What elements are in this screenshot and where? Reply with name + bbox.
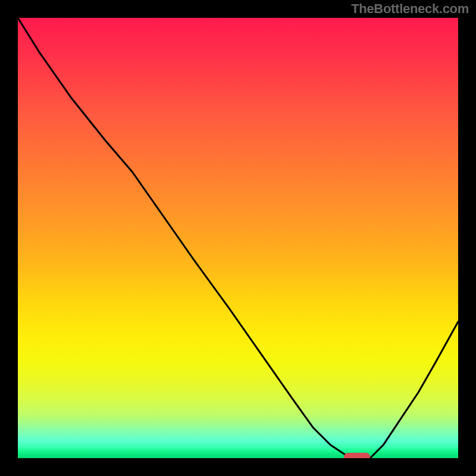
chart-container: TheBottleneck.com	[0, 0, 476, 476]
optimal-marker	[344, 453, 370, 458]
curve-svg	[18, 18, 458, 458]
plot-area	[18, 18, 458, 458]
bottleneck-curve	[18, 18, 458, 458]
watermark-text: TheBottleneck.com	[351, 1, 469, 17]
